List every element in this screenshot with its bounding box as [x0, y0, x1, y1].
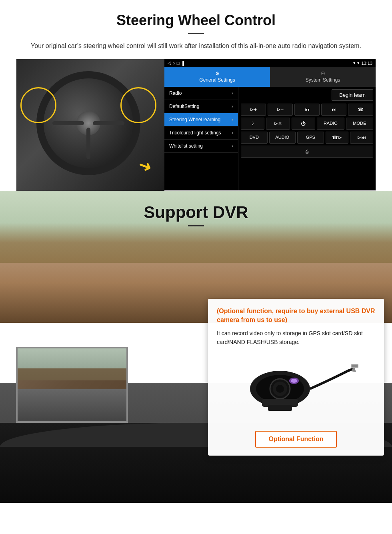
arrow-indicator: ➜	[136, 155, 155, 177]
menu-default-setting[interactable]: DefaultSetting ›	[164, 100, 238, 113]
chevron-right-icon: ›	[232, 104, 233, 109]
control-row-2: ⤸ ⊳✕ ⏻ RADIO MODE	[241, 118, 373, 130]
chevron-right-icon: ›	[232, 143, 233, 149]
begin-learn-row: Begin learn	[241, 89, 373, 101]
menu-default-label: DefaultSetting	[169, 104, 199, 109]
steering-section: Steering Wheel Control Your original car…	[0, 0, 392, 191]
menu-whitelist-label: Whitelist setting	[169, 143, 203, 149]
audio-button[interactable]: AUDIO	[269, 132, 296, 144]
phone-next-button[interactable]: ⊳⏭	[350, 132, 373, 144]
steering-wheel-image: ➜	[16, 59, 164, 191]
dvr-section: Support DVR (Optional function, require …	[0, 191, 392, 503]
phone-prev-button[interactable]: ☎⊳	[326, 132, 349, 144]
spoke-left	[52, 121, 84, 125]
highlight-circle-right	[120, 87, 156, 123]
dvr-camera-image	[217, 353, 375, 425]
settings-menu: Radio › DefaultSetting › Steering Wheel …	[164, 87, 238, 190]
tab-general-label: General Settings	[199, 77, 235, 83]
android-statusbar: ◁ ○ □ ▐ ▾ ▾ 13:13	[164, 59, 376, 67]
android-ui-panel: ◁ ○ □ ▐ ▾ ▾ 13:13 ⚙ General Settings ☉ S…	[164, 59, 376, 190]
dvr-optional-text: (Optional function, require to buy exter…	[217, 307, 375, 325]
nav-recent-icon: □	[177, 61, 180, 66]
svg-point-4	[276, 385, 284, 393]
wifi-icon: ▾	[357, 60, 360, 66]
dvr-divider	[188, 225, 204, 226]
prev-button[interactable]: ⏮	[294, 104, 320, 116]
mode-button[interactable]: MODE	[346, 118, 373, 130]
tab-general-settings[interactable]: ⚙ General Settings	[164, 67, 270, 87]
dvr-info-card: (Optional function, require to buy exter…	[208, 299, 384, 456]
chevron-right-icon: ›	[232, 117, 233, 122]
android-tabs: ⚙ General Settings ☉ System Settings	[164, 67, 376, 87]
gps-button[interactable]: GPS	[297, 132, 324, 144]
page-title: Steering Wheel Control	[16, 12, 376, 29]
mute-button[interactable]: ⊳✕	[266, 118, 290, 130]
nav-back-icon: ◁	[168, 60, 171, 66]
control-row-4: ⎙	[241, 146, 373, 158]
android-menu: Radio › DefaultSetting › Steering Wheel …	[164, 87, 376, 190]
chevron-right-icon: ›	[232, 90, 233, 96]
svg-point-10	[291, 379, 297, 383]
optional-function-button[interactable]: Optional Function	[255, 431, 337, 448]
menu-whitelist[interactable]: Whitelist setting ›	[164, 140, 238, 153]
menu-tricoloured[interactable]: Tricoloured light settings ›	[164, 126, 238, 140]
vol-down-button[interactable]: ⊳−	[268, 104, 293, 116]
spoke-bottom	[86, 128, 90, 159]
menu-tricoloured-label: Tricoloured light settings	[169, 130, 221, 136]
steering-demo: ➜ ◁ ○ □ ▐ ▾ ▾ 13:13 ⚙ General Settings	[16, 59, 376, 191]
begin-learn-button[interactable]: Begin learn	[332, 89, 373, 101]
dvr-thumbnail-image	[16, 347, 128, 423]
phone-button[interactable]: ☎	[348, 104, 373, 116]
statusbar-time: 13:13	[361, 61, 372, 66]
nav-home-icon: ○	[172, 61, 175, 66]
gear-icon: ⚙	[215, 71, 220, 76]
radio-button[interactable]: RADIO	[317, 118, 344, 130]
menu-radio[interactable]: Radio ›	[164, 87, 238, 100]
spoke-right	[93, 121, 124, 125]
nav-menu-icon: ▐	[181, 61, 184, 66]
thumb-road	[18, 389, 126, 421]
signal-icon: ▾	[353, 60, 356, 66]
extra-button[interactable]: ⎙	[241, 146, 373, 158]
tab-system-label: System Settings	[306, 77, 340, 83]
svg-rect-8	[352, 365, 358, 367]
control-row-1: ⊳+ ⊳− ⏮ ⏭ ☎	[241, 104, 373, 116]
steering-controls-area: Begin learn ⊳+ ⊳− ⏮ ⏭ ☎ ⤸ ⊳✕ ⏻	[238, 87, 376, 190]
dvr-title-area: Support DVR	[0, 191, 392, 230]
dvd-button[interactable]: DVD	[241, 132, 268, 144]
vol-up-button[interactable]: ⊳+	[241, 104, 266, 116]
menu-steering-label: Steering Wheel learning	[169, 117, 220, 122]
dvr-camera-svg	[232, 357, 360, 421]
control-row-3: DVD AUDIO GPS ☎⊳ ⊳⏭	[241, 132, 373, 144]
system-icon: ☉	[321, 71, 325, 76]
highlight-circle-left	[20, 87, 56, 123]
hangup-button[interactable]: ⤸	[241, 118, 264, 130]
section-subtitle: Your original car’s steering wheel contr…	[16, 41, 376, 51]
wheel-ring	[36, 71, 140, 175]
power-button[interactable]: ⏻	[292, 118, 315, 130]
dvr-description: It can record video only to storage in G…	[217, 329, 375, 347]
title-divider	[188, 33, 204, 34]
tab-system-settings[interactable]: ☉ System Settings	[270, 67, 376, 87]
chevron-right-icon: ›	[232, 130, 233, 136]
svg-rect-6	[268, 405, 292, 411]
menu-radio-label: Radio	[169, 90, 182, 96]
next-button[interactable]: ⏭	[321, 104, 346, 116]
dvr-title: Support DVR	[0, 203, 392, 222]
menu-steering-wheel-learning[interactable]: Steering Wheel learning ›	[164, 113, 238, 126]
